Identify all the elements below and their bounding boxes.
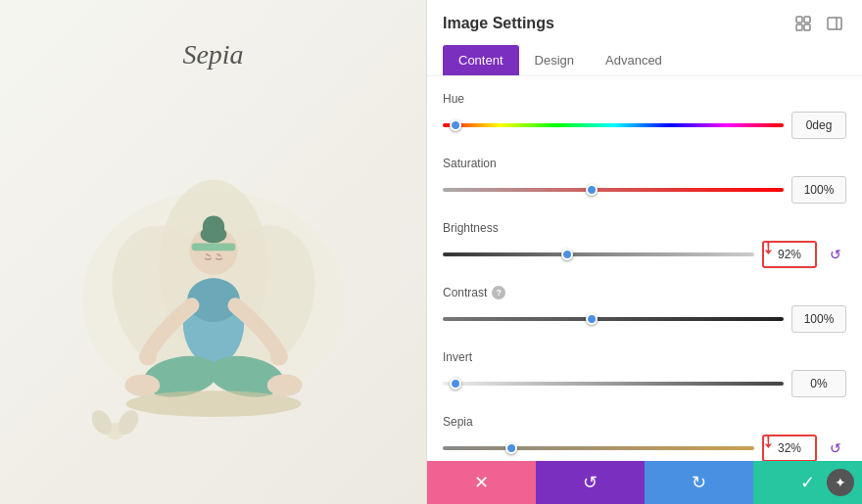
panel-header: Image Settings: [427, 0, 862, 76]
sepia-slider-wrapper[interactable]: [443, 442, 754, 454]
sidebar-icon: [827, 16, 842, 31]
brightness-setting: Brightness ↺ ➘: [443, 221, 846, 268]
svg-rect-9: [191, 243, 235, 251]
image-panel: Sepia: [0, 0, 426, 504]
svg-rect-25: [804, 24, 810, 30]
svg-point-16: [124, 374, 160, 395]
svg-rect-23: [804, 17, 810, 23]
contrast-setting: Contrast ?: [443, 286, 846, 333]
sepia-track[interactable]: [443, 446, 754, 450]
sepia-thumb[interactable]: [505, 442, 517, 454]
sepia-label: Sepia: [443, 415, 846, 429]
tab-advanced[interactable]: Advanced: [590, 45, 678, 75]
contrast-slider-wrapper[interactable]: [443, 313, 784, 325]
saturation-thumb[interactable]: [586, 184, 598, 196]
svg-point-18: [125, 390, 301, 417]
contrast-value[interactable]: [791, 305, 846, 333]
svg-point-8: [200, 225, 226, 243]
hue-setting: Hue: [443, 92, 846, 139]
redo-button[interactable]: ↻: [645, 461, 753, 504]
invert-value[interactable]: [791, 370, 846, 397]
saturation-setting: Saturation: [443, 157, 846, 204]
hue-slider-wrapper[interactable]: [443, 119, 784, 131]
invert-setting: Invert: [443, 350, 846, 397]
svg-rect-24: [796, 24, 802, 30]
hue-thumb[interactable]: [450, 119, 461, 131]
sepia-label: Sepia: [182, 39, 243, 70]
saturation-label: Saturation: [443, 157, 846, 170]
tabs: Content Design Advanced: [443, 45, 846, 75]
hue-label: Hue: [443, 92, 846, 106]
sepia-reset-button[interactable]: ↺: [825, 437, 846, 459]
panel-content: Hue Saturation: [427, 76, 862, 461]
invert-slider-wrapper[interactable]: [443, 378, 784, 389]
expand-icon: [795, 16, 811, 31]
settings-panel: Image Settings: [426, 0, 862, 504]
cancel-button[interactable]: ✕: [427, 461, 536, 504]
expand-icon-button[interactable]: [791, 12, 815, 35]
brightness-slider-wrapper[interactable]: [443, 249, 754, 260]
panel-footer: ✕ ↺ ↻ ✓: [427, 461, 862, 504]
hue-controls: [443, 112, 846, 139]
brightness-reset-button[interactable]: ↺: [825, 244, 846, 265]
tab-content[interactable]: Content: [443, 45, 519, 75]
contrast-help-icon[interactable]: ?: [492, 286, 505, 299]
saturation-value[interactable]: [791, 176, 846, 204]
brightness-label: Brightness: [443, 221, 846, 235]
settings-float-icon[interactable]: ✦: [827, 469, 854, 496]
brightness-track[interactable]: [443, 252, 754, 256]
contrast-controls: [443, 305, 846, 333]
svg-point-12: [139, 347, 157, 365]
invert-thumb[interactable]: [450, 378, 461, 389]
undo-button[interactable]: ↺: [536, 461, 645, 504]
saturation-track[interactable]: [443, 188, 784, 192]
saturation-controls: [443, 176, 846, 204]
sepia-setting: Sepia ↺ ➘: [443, 415, 846, 461]
panel-icons: [791, 12, 846, 35]
svg-point-17: [266, 374, 302, 395]
tab-design[interactable]: Design: [519, 45, 590, 75]
sepia-controls: ↺: [443, 435, 846, 461]
svg-point-13: [270, 347, 288, 365]
invert-controls: [443, 370, 846, 397]
invert-label: Invert: [443, 350, 846, 364]
brightness-controls: ↺: [443, 241, 846, 268]
invert-track[interactable]: [443, 382, 784, 386]
saturation-slider-wrapper[interactable]: [443, 184, 784, 196]
hue-track[interactable]: [443, 123, 784, 127]
hue-value[interactable]: [791, 112, 846, 139]
sidebar-icon-button[interactable]: [823, 12, 846, 35]
panel-title: Image Settings: [443, 15, 554, 32]
yoga-illustration: [47, 81, 380, 453]
svg-rect-26: [828, 18, 841, 29]
contrast-track[interactable]: [443, 317, 784, 321]
contrast-label: Contrast ?: [443, 286, 846, 299]
contrast-thumb[interactable]: [586, 313, 598, 325]
brightness-thumb[interactable]: [561, 249, 573, 260]
svg-rect-22: [796, 17, 802, 23]
